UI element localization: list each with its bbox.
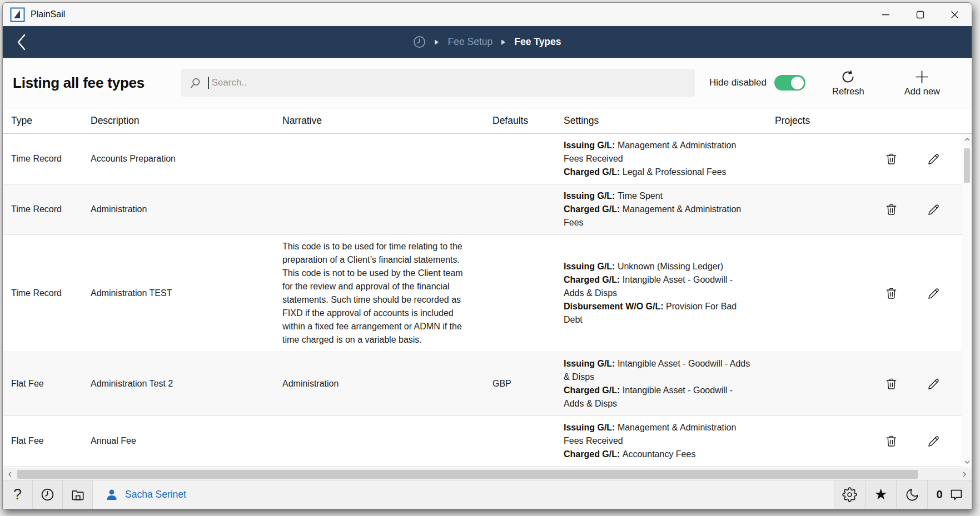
maximize-icon	[916, 11, 924, 19]
cell-type: Time Record	[3, 287, 91, 300]
breadcrumb-item-fee-setup[interactable]: Fee Setup	[447, 36, 493, 48]
delete-row-button[interactable]	[884, 202, 898, 217]
setting-line: Charged G/L: Accountancy Fees	[564, 448, 752, 461]
trash-icon	[885, 287, 898, 300]
pencil-icon	[927, 378, 940, 390]
delete-row-button[interactable]	[884, 286, 898, 300]
cell-narrative: Administration	[282, 377, 493, 390]
search-box[interactable]	[181, 69, 695, 97]
delete-row-button[interactable]	[884, 152, 898, 166]
scroll-up-arrow-icon[interactable]	[962, 135, 972, 144]
trash-icon	[885, 203, 898, 216]
window-title: PlainSail	[31, 9, 65, 19]
hide-disabled-toggle[interactable]	[774, 75, 805, 91]
history-button[interactable]	[33, 480, 63, 509]
table-row: Flat Fee Annual Fee Issuing G/L: Managem…	[3, 416, 962, 467]
table-row: Time Record Administration TEST This cod…	[3, 235, 962, 352]
edit-row-button[interactable]	[926, 377, 941, 391]
close-button[interactable]	[937, 3, 972, 26]
toggle-knob	[791, 77, 804, 89]
scroll-right-arrow-icon[interactable]	[957, 468, 972, 480]
cell-settings: Issuing G/L: Unknown (Missing Ledger)Cha…	[564, 260, 775, 327]
breadcrumb-separator-icon	[435, 39, 439, 45]
horizontal-scroll-thumb[interactable]	[17, 470, 918, 479]
cell-settings: Issuing G/L: Management & Administration…	[564, 421, 775, 461]
cell-settings: Issuing G/L: Management & Administration…	[564, 139, 775, 179]
star-icon: ★	[874, 487, 887, 502]
minimize-icon	[882, 11, 890, 19]
back-button[interactable]	[7, 26, 36, 58]
plus-icon	[914, 69, 930, 84]
scroll-down-arrow-icon[interactable]	[962, 458, 972, 467]
toolbar: Listing all fee types Hide disabled Refr…	[3, 58, 972, 108]
edit-row-button[interactable]	[926, 202, 941, 217]
breadcrumb-item-fee-types: Fee Types	[514, 36, 561, 48]
back-chevron-icon	[16, 33, 27, 51]
help-button[interactable]: ?	[3, 480, 33, 509]
scroll-left-arrow-icon[interactable]	[3, 468, 17, 480]
vertical-scrollbar[interactable]	[962, 134, 972, 468]
cell-description: Administration Test 2	[91, 377, 282, 390]
refresh-button[interactable]: Refresh	[832, 69, 864, 97]
search-input[interactable]	[211, 69, 695, 97]
table-row: Time Record Accounts Preparation Issuing…	[3, 134, 962, 184]
cell-description: Administration TEST	[91, 287, 282, 300]
cell-description: Administration	[91, 203, 282, 216]
table-row: Flat Fee Administration Test 2 Administr…	[3, 352, 962, 416]
column-header-settings: Settings	[564, 115, 775, 127]
pencil-icon	[927, 203, 940, 216]
column-header-projects: Projects	[775, 115, 872, 127]
nav-bar: Fee Setup Fee Types	[3, 26, 972, 58]
table-body: Time Record Accounts Preparation Issuing…	[3, 134, 972, 468]
clock-icon	[41, 488, 54, 502]
hide-disabled-label: Hide disabled	[709, 77, 767, 88]
setting-line: Issuing G/L: Management & Administration…	[564, 421, 752, 448]
setting-line: Issuing G/L: Management & Administration…	[564, 139, 752, 166]
vertical-scroll-thumb[interactable]	[964, 148, 970, 183]
setting-line: Charged G/L: Intangible Asset - Goodwill…	[564, 384, 752, 410]
cell-description: Accounts Preparation	[91, 152, 282, 166]
refresh-label: Refresh	[832, 86, 864, 97]
trash-icon	[885, 434, 898, 448]
minimize-button[interactable]	[868, 3, 903, 26]
folder-icon	[71, 488, 85, 502]
cell-type: Time Record	[3, 203, 91, 216]
column-header-narrative: Narrative	[282, 115, 493, 127]
notifications-button[interactable]: 0	[927, 480, 972, 509]
documents-button[interactable]	[63, 480, 93, 509]
trash-icon	[885, 152, 898, 166]
cell-type: Flat Fee	[3, 377, 91, 390]
pencil-icon	[927, 435, 940, 448]
column-header-type: Type	[3, 115, 91, 127]
comment-bubble-icon	[949, 488, 963, 502]
cell-defaults: GBP	[493, 377, 564, 390]
edit-row-button[interactable]	[926, 286, 941, 300]
cell-settings: Issuing G/L: Intangible Asset - Goodwill…	[564, 357, 775, 410]
refresh-icon	[840, 69, 855, 84]
setting-line: Issuing G/L: Intangible Asset - Goodwill…	[564, 357, 752, 384]
maximize-button[interactable]	[903, 3, 937, 26]
gear-icon	[842, 487, 857, 502]
delete-row-button[interactable]	[884, 434, 898, 448]
edit-row-button[interactable]	[926, 152, 941, 166]
delete-row-button[interactable]	[884, 377, 898, 391]
horizontal-scrollbar[interactable]	[3, 468, 972, 480]
cell-description: Annual Fee	[91, 434, 282, 448]
favorites-button[interactable]: ★	[865, 480, 896, 509]
status-bar: ? Sacha Serinet	[3, 480, 972, 509]
settings-button[interactable]	[834, 480, 865, 509]
pencil-icon	[927, 287, 940, 300]
dark-mode-button[interactable]	[896, 480, 927, 509]
history-clock-icon[interactable]	[413, 36, 426, 48]
notification-count: 0	[936, 488, 942, 501]
breadcrumb-separator-icon	[501, 39, 505, 45]
close-icon	[951, 11, 959, 19]
cell-type: Flat Fee	[3, 434, 91, 448]
edit-row-button[interactable]	[926, 434, 941, 448]
breadcrumb: Fee Setup Fee Types	[413, 36, 561, 48]
app-window: PlainSail Fee Setup Fee Types	[2, 2, 972, 509]
table-header-row: Type Description Narrative Defaults Sett…	[3, 108, 972, 134]
current-user[interactable]: Sacha Serinet	[93, 480, 186, 509]
add-new-button[interactable]: Add new	[904, 69, 940, 97]
page-title: Listing all fee types	[13, 74, 181, 92]
